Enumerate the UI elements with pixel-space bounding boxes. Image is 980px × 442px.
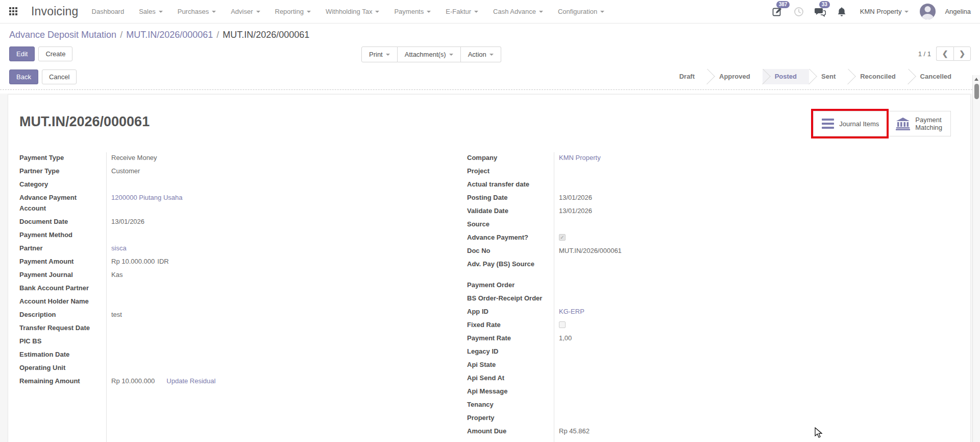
- status-step-draft[interactable]: Draft: [667, 69, 707, 84]
- breadcrumb-separator: /: [120, 30, 122, 40]
- status-steps: DraftApprovedPostedSentReconciledCancell…: [667, 69, 971, 84]
- print-button[interactable]: Print: [361, 46, 398, 62]
- field-row-right-amount-due: Amount DueRp 45.862: [467, 426, 743, 436]
- field-value: [554, 319, 743, 330]
- field-row-right-api-state: Api State: [467, 359, 743, 370]
- breadcrumb-separator: /: [216, 30, 219, 40]
- form-sheet: MUT.IN/2026/000061 Journal Items Payment…: [8, 94, 971, 442]
- field-value: [554, 439, 743, 442]
- field-value: [554, 373, 743, 383]
- field-label: Source: [467, 219, 554, 229]
- field-row-right-project: Project: [467, 166, 743, 176]
- company-switcher[interactable]: KMN Property: [860, 8, 909, 15]
- caret-down-icon: [375, 11, 379, 13]
- print-label: Print: [369, 51, 383, 58]
- back-button[interactable]: Back: [9, 69, 38, 84]
- status-step-approved[interactable]: Approved: [707, 69, 763, 84]
- field-row-right-advance-payment: Advance Payment?: [467, 232, 743, 243]
- field-text-partner-type: Customer: [111, 166, 140, 176]
- menu-dashboard[interactable]: Dashboard: [92, 8, 125, 15]
- attachments-button[interactable]: Attachment(s): [398, 46, 461, 62]
- user-avatar[interactable]: [920, 4, 936, 19]
- menu-e-faktur[interactable]: E-Faktur: [446, 8, 478, 15]
- field-label: Account Holder Name: [19, 296, 106, 307]
- field-link-partner[interactable]: sisca: [111, 243, 127, 253]
- field-row-right-adv-pay-bs-source: Adv. Pay (BS) Source: [467, 259, 743, 269]
- menu-label: Adviser: [231, 8, 253, 15]
- compose-edit-icon[interactable]: 387: [771, 6, 783, 18]
- field-value: [554, 359, 743, 370]
- field-link-company[interactable]: KMN Property: [559, 152, 601, 163]
- field-label: Description: [19, 309, 106, 320]
- field-value: [106, 296, 379, 307]
- pager-previous-button[interactable]: ❮: [936, 46, 953, 61]
- field-row-right-property: Property: [467, 412, 743, 423]
- field-label: Advance Payment?: [467, 232, 554, 243]
- bell-icon[interactable]: [836, 6, 848, 18]
- menu-configuration[interactable]: Configuration: [558, 8, 604, 15]
- pager: 1 / 1 ❮ ❯: [918, 46, 971, 61]
- chat-icon[interactable]: 33: [814, 6, 826, 18]
- field-value: [106, 336, 379, 346]
- field-label: Payment Journal: [19, 269, 106, 280]
- menu-cash-advance[interactable]: Cash Advance: [493, 8, 543, 15]
- vertical-scrollbar[interactable]: [972, 75, 980, 442]
- field-label: App ID: [467, 306, 554, 317]
- field-label: BS Order-Receipt Order: [467, 293, 554, 304]
- apps-grid-icon[interactable]: [9, 7, 18, 16]
- caret-down-icon: [386, 54, 390, 56]
- breadcrumb-item-1[interactable]: MUT.IN/2026/000061: [126, 30, 213, 40]
- menu-sales[interactable]: Sales: [139, 8, 163, 15]
- menu-payments[interactable]: Payments: [394, 8, 431, 15]
- menu-withholding-tax[interactable]: Withholding Tax: [326, 8, 380, 15]
- menu-label: Withholding Tax: [326, 8, 373, 15]
- action-button-group: Print Attachment(s) Action: [361, 46, 501, 62]
- update-residual-link[interactable]: Update Residual: [166, 376, 215, 386]
- field-link-app-id[interactable]: KG-ERP: [559, 306, 584, 317]
- field-value: 1200000 Piutang Usaha: [106, 192, 379, 214]
- field-value: [554, 219, 743, 229]
- scrollbar-thumb[interactable]: [974, 84, 979, 99]
- menu-adviser[interactable]: Adviser: [231, 8, 260, 15]
- journal-bars-icon: [822, 119, 834, 129]
- top-navbar: Invoicing DashboardSalesPurchasesAdviser…: [0, 0, 980, 24]
- field-suffix: IDR: [157, 256, 168, 267]
- field-link-advance-payment-account[interactable]: 1200000 Piutang Usaha: [111, 192, 183, 203]
- caret-down-icon: [449, 54, 453, 56]
- status-step-cancelled[interactable]: Cancelled: [908, 69, 964, 84]
- field-label: Bank Account Partner: [19, 283, 106, 293]
- journal-items-button[interactable]: Journal Items: [814, 111, 887, 136]
- edit-button[interactable]: Edit: [9, 46, 35, 61]
- menu-label: Purchases: [178, 8, 209, 15]
- caret-down-icon: [489, 54, 494, 56]
- action-button[interactable]: Action: [461, 46, 501, 62]
- field-value: [554, 399, 743, 410]
- breadcrumb-item-0[interactable]: Advance Deposit Mutation: [9, 30, 116, 40]
- pager-counter: 1 / 1: [918, 50, 931, 58]
- clock-icon[interactable]: [793, 6, 805, 18]
- field-label: Posting Date: [467, 192, 554, 203]
- field-label: Api State: [467, 359, 554, 370]
- user-name[interactable]: Angelina: [945, 8, 971, 15]
- field-value: 1,00: [554, 333, 743, 343]
- field-row-right-source: Source: [467, 219, 743, 229]
- caret-down-icon: [307, 11, 311, 13]
- action-label: Action: [468, 51, 486, 58]
- create-button[interactable]: Create: [38, 46, 72, 61]
- field-value: sisca: [106, 243, 379, 253]
- top-menus: DashboardSalesPurchasesAdviserReportingW…: [92, 8, 605, 15]
- scrollbar-up-arrow[interactable]: [973, 75, 980, 83]
- payment-matching-button[interactable]: PaymentMatching: [887, 111, 950, 136]
- status-step-reconciled[interactable]: Reconciled: [848, 69, 908, 84]
- pager-next-button[interactable]: ❯: [953, 46, 971, 61]
- menu-purchases[interactable]: Purchases: [178, 8, 216, 15]
- field-row-right-legacy-id: Legacy ID: [467, 346, 743, 357]
- menu-reporting[interactable]: Reporting: [275, 8, 311, 15]
- checkbox-advance-payment: [559, 234, 566, 241]
- cancel-button[interactable]: Cancel: [42, 69, 77, 84]
- caret-down-icon: [600, 11, 604, 13]
- field-text-amount-due: Rp 45.862: [559, 426, 590, 436]
- field-row-left-partner-type: Partner TypeCustomer: [19, 166, 379, 176]
- field-value: Rp 10.000.000Update Residual: [106, 376, 379, 386]
- field-text-payment-rate: 1,00: [559, 333, 572, 343]
